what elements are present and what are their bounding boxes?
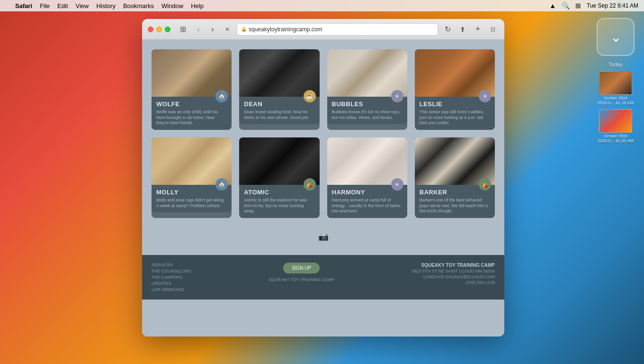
footer-link-campers[interactable]: THE CAMPERS [152,275,191,280]
website-footer: SERVICES THE COUNSELORS THE CAMPERS UPDA… [142,255,504,300]
menu-edit[interactable]: Edit [57,2,68,9]
footer-nav: SERVICES THE COUNSELORS THE CAMPERS UPDA… [152,263,191,292]
badge-tent-atomic: ⛺ [304,178,316,191]
dog-name-harmony: HARMONY [332,189,402,196]
control-center-icon[interactable]: ⊞ [575,2,581,9]
dog-photo-barker [415,137,495,185]
menu-file[interactable]: File [40,2,50,9]
dog-card-bubbles[interactable]: ★ BUBBLES Bubbies knows it's OK to chew … [327,49,407,130]
footer-company-name: SQUEAKY TOY TRAINING CAMP [412,263,495,268]
dog-name-leslie: LESLIE [420,100,490,108]
menu-window[interactable]: Window [161,2,183,9]
dog-info-harmony: ★ HARMONY Harmony arrived at camp full o… [327,185,407,218]
desktop-icons: ⌄ Today Screen Shot2020-0....41.18 AM Sc… [587,14,644,147]
forward-button[interactable]: › [207,24,218,35]
dog-desc-harmony: Harmony arrived at camp full of energy..… [332,198,402,214]
fullscreen-button[interactable] [165,27,170,32]
dogs-grid: 🏠 WOLFE Wolfe was an only child, until h… [152,49,495,218]
dog-card-barker[interactable]: ⛺ BARKER Barker's one of the best behave… [415,137,495,218]
app-menu-safari[interactable]: Safari [15,2,32,9]
dog-card-wolfe[interactable]: 🏠 WOLFE Wolfe was an only child, until h… [152,49,232,130]
address-bar[interactable]: 🔒 squeakytoytrainingcamp.com [237,23,438,36]
screenshot-image-1 [599,71,632,95]
footer-link-updates[interactable]: UPDATES [152,281,191,286]
new-tab-button[interactable]: + [472,24,483,35]
dog-card-dean[interactable]: ☕ DEAN Dean loved stealing food. Now he … [239,49,319,130]
dog-photo-leslie [415,49,495,97]
footer-link-services[interactable]: SERVICES [152,263,191,267]
dog-name-bubbles: BUBBLES [332,100,402,108]
screenshot-image-2 [599,109,632,133]
dog-photo-molly [152,137,232,185]
dog-photo-harmony [327,137,407,185]
clock: Tue Sep 22 9:41 AM [587,2,638,9]
wifi-icon: ▲ [549,2,556,9]
safari-content[interactable]: 🏠 WOLFE Wolfe was an only child, until h… [142,40,504,337]
footer-center: SIGN UP SQUEAKY TOY TRAINING CAMP [201,263,402,282]
dog-card-leslie[interactable]: ★ LESLIE This senior pup still loves cud… [415,49,495,130]
dog-info-barker: ⛺ BARKER Barker's one of the best behave… [415,185,495,218]
menubar: Safari File Edit View History Bookmarks … [0,0,644,11]
dog-info-dean: ☕ DEAN Dean loved stealing food. Now he … [239,97,319,124]
dog-desc-leslie: This senior pup still loves cuddles, jus… [420,109,490,126]
menubar-left: Safari File Edit View History Bookmarks … [6,2,204,9]
safari-toolbar: ⊞ ‹ › ≡ 🔒 squeakytoytrainingcamp.com ↻ ⬆… [142,19,504,40]
dog-name-molly: MOLLY [156,189,227,196]
minimize-button[interactable] [156,27,162,32]
today-widget[interactable]: ⌄ [597,18,635,56]
close-button[interactable] [148,27,153,32]
safari-window: ⊞ ‹ › ≡ 🔒 squeakytoytrainingcamp.com ↻ ⬆… [142,19,504,337]
dog-photo-dean [239,49,319,97]
screenshot-thumb-1[interactable]: Screen Shot2020-0....41.18 AM [597,71,635,105]
dog-card-molly[interactable]: 🏠 MOLLY Molly and area rugs didn't get a… [152,137,232,218]
today-label: Today [608,62,622,67]
dog-photo-atomic [239,137,319,185]
menu-help[interactable]: Help [191,2,204,9]
footer-address: 3823 5TH ST NE SAINT CLOUD MN 56304 [412,269,495,273]
signup-button[interactable]: SIGN UP [283,263,320,273]
dog-card-harmony[interactable]: ★ HARMONY Harmony arrived at camp full o… [327,137,407,218]
footer-brand-center: SQUEAKY TOY TRAINING CAMP [201,277,402,282]
footer-email: CANDACE.SALINAS@ICLOUD.COM [412,274,495,279]
tab-overview-button[interactable]: ⊡ [487,24,499,35]
dog-name-dean: DEAN [244,100,314,108]
dog-desc-dean: Dean loved stealing food. Now he sticks … [244,109,314,120]
camera-icon-area[interactable]: 📷 [152,228,495,246]
dog-desc-molly: Molly and area rugs didn't get along. A … [156,198,227,209]
menu-view[interactable]: View [76,2,89,9]
spotlight-icon[interactable]: 🔍 [562,2,570,9]
website-content: 🏠 WOLFE Wolfe was an only child, until h… [142,40,504,255]
badge-star-bubbles: ★ [391,90,403,102]
screenshot-label-2: Screen Shot2020-0....41.00 AM [598,134,634,143]
reader-view-button[interactable]: ≡ [222,24,233,35]
dog-info-atomic: ⛺ ATOMIC Atomic is still the explorer he… [239,185,319,218]
share-button[interactable]: ⬆ [457,24,468,35]
dog-photo-wolfe [152,49,232,97]
menubar-right: ▲ 🔍 ⊞ Tue Sep 22 9:41 AM [549,2,638,9]
badge-star-harmony: ★ [391,178,403,191]
dog-card-atomic[interactable]: ⛺ ATOMIC Atomic is still the explorer he… [239,137,319,218]
badge-tent-barker: ⛺ [479,178,491,191]
dog-info-bubbles: ★ BUBBLES Bubbies knows it's OK to chew … [327,97,407,124]
footer-link-webcams[interactable]: LIVE WEBCAMS [152,287,191,292]
dog-name-wolfe: WOLFE [156,100,227,108]
menu-history[interactable]: History [96,2,115,9]
screenshot-thumb-2[interactable]: Screen Shot2020-0....41.00 AM [597,109,635,143]
camera-icon: 📷 [318,232,329,241]
back-button[interactable]: ‹ [193,24,204,35]
reload-button[interactable]: ↻ [442,24,453,35]
footer-link-counselors[interactable]: THE COUNSELORS [152,269,191,273]
dog-info-leslie: ★ LESLIE This senior pup still loves cud… [415,97,495,130]
lock-icon: 🔒 [241,27,247,32]
dog-desc-atomic: Atomic is still the explorer he was born… [244,198,314,214]
badge-cup-dean: ☕ [304,90,316,102]
dog-desc-bubbles: Bubbies knows it's OK to chew toys, but … [332,109,402,120]
dog-info-wolfe: 🏠 WOLFE Wolfe was an only child, until h… [152,97,232,130]
dog-photo-bubbles [327,49,407,97]
dog-desc-wolfe: Wolfe was an only child, until his Mom b… [156,109,227,126]
footer-phone: (320) 555-1128 [412,280,495,285]
menu-bookmarks[interactable]: Bookmarks [123,2,154,9]
sidebar-toggle-button[interactable]: ⊞ [176,25,189,34]
badge-star-leslie: ★ [479,90,491,102]
chevron-down-icon: ⌄ [610,29,621,45]
